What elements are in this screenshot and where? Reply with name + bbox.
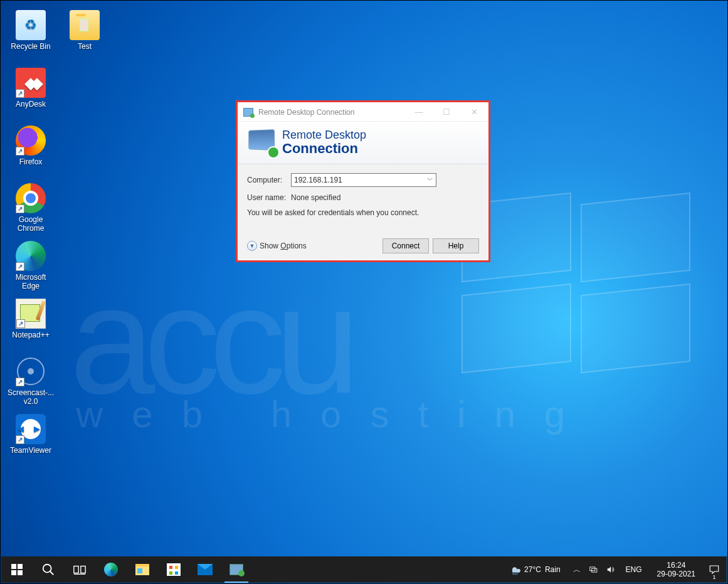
desktop-icon-screencast[interactable]: ↗ Screencast-... v2.0	[7, 356, 55, 406]
show-options-label: Show Options	[260, 242, 307, 250]
desktop-icon-label: Google Chrome	[7, 216, 55, 233]
file-explorer-icon	[135, 564, 149, 575]
recycle-bin-icon	[16, 10, 46, 40]
desktop-icon-recycle-bin[interactable]: Recycle Bin	[7, 10, 55, 60]
system-tray: ︿ ENG	[567, 565, 651, 575]
minimize-button[interactable]: —	[405, 103, 433, 122]
taskbar-app-edge[interactable]	[95, 556, 127, 583]
svg-rect-9	[591, 568, 596, 572]
taskbar-weather[interactable]: 27°C Rain	[503, 556, 567, 583]
desktop-icon-test-folder[interactable]: Test	[61, 10, 108, 60]
shortcut-badge-icon: ↗	[16, 204, 24, 213]
desktop-icon-edge[interactable]: ↗ Microsoft Edge	[7, 241, 55, 291]
credentials-hint: You will be asked for credentials when y…	[247, 208, 479, 217]
edge-icon	[104, 563, 118, 576]
connect-button[interactable]: Connect	[382, 238, 429, 253]
svg-rect-8	[589, 567, 594, 571]
desktop-icon-label: Recycle Bin	[11, 43, 50, 51]
desktop-icon-label: TeamViewer	[10, 447, 51, 455]
maximize-button[interactable]: ☐	[433, 103, 460, 122]
desktop-icon-label: Test	[78, 43, 92, 51]
shortcut-badge-icon: ↗	[16, 262, 24, 271]
folder-icon	[70, 10, 100, 40]
rdc-body: Computer: 192.168.1.191 ﹀ User name: Non…	[238, 164, 488, 260]
anydesk-icon: ↗	[16, 68, 46, 98]
shortcut-badge-icon: ↗	[16, 89, 24, 98]
taskbar-clock[interactable]: 16:24 29-09-2021	[651, 561, 702, 579]
ms-store-icon	[167, 563, 181, 576]
chrome-icon: ↗	[16, 183, 46, 213]
taskbar-app-file-explorer[interactable]	[127, 556, 158, 583]
firefox-icon: ↗	[16, 125, 46, 156]
rdc-window-highlight: Remote Desktop Connection — ☐ ✕ Remote D…	[236, 100, 490, 262]
notepadpp-icon: ↗	[16, 299, 46, 329]
username-label: User name:	[247, 193, 291, 202]
svg-line-7	[517, 573, 517, 575]
windows-start-icon	[11, 564, 23, 575]
close-button[interactable]: ✕	[460, 103, 488, 122]
svg-marker-10	[607, 566, 610, 572]
desktop-icons-column-1: Recycle Bin ↗ AnyDesk ↗ Firefox ↗ Google…	[7, 10, 63, 472]
svg-rect-3	[81, 566, 85, 573]
shortcut-badge-icon: ↗	[16, 147, 24, 156]
search-icon	[41, 563, 55, 576]
desktop-icon-firefox[interactable]: ↗ Firefox	[7, 125, 55, 176]
network-icon[interactable]	[588, 565, 598, 574]
action-center-button[interactable]: 1	[702, 556, 727, 583]
desktop-icons-column-2: Test	[61, 10, 108, 68]
rdc-banner-line2: Connection	[282, 141, 366, 156]
taskbar-time: 16:24	[657, 561, 695, 570]
username-value: None specified	[291, 193, 340, 202]
desktop-icon-label: Screencast-... v2.0	[7, 389, 55, 406]
show-options-toggle[interactable]: ▼ Show Options	[247, 241, 307, 251]
weather-rain-icon	[509, 564, 520, 575]
shortcut-badge-icon: ↗	[16, 319, 25, 328]
help-button[interactable]: Help	[433, 238, 479, 253]
svg-line-6	[515, 573, 515, 575]
svg-rect-2	[74, 566, 78, 573]
teamviewer-icon: ↗	[16, 414, 46, 444]
start-button[interactable]	[1, 556, 33, 583]
rdc-banner-line1: Remote Desktop	[282, 129, 366, 142]
desktop-icon-label: Microsoft Edge	[7, 273, 55, 291]
task-view-icon	[73, 563, 87, 576]
rdc-icon	[229, 564, 243, 575]
computer-label: Computer:	[247, 176, 291, 184]
rdc-banner: Remote Desktop Connection	[238, 122, 488, 164]
remote-desktop-connection-window: Remote Desktop Connection — ☐ ✕ Remote D…	[238, 102, 488, 260]
language-indicator[interactable]: ENG	[623, 565, 645, 574]
desktop-icon-anydesk[interactable]: ↗ AnyDesk	[7, 68, 55, 118]
taskbar-app-ms-store[interactable]	[158, 556, 189, 583]
desktop-icon-notepadpp[interactable]: ↗ Notepad++	[7, 299, 55, 349]
screencast-icon: ↗	[16, 356, 46, 386]
notification-count: 1	[712, 574, 715, 580]
mail-icon	[198, 564, 213, 575]
taskbar-date: 29-09-2021	[657, 570, 695, 578]
svg-line-5	[513, 573, 514, 575]
search-button[interactable]	[33, 556, 64, 583]
rdc-app-icon	[243, 108, 253, 117]
desktop-icon-label: Notepad++	[12, 331, 49, 340]
rdc-titlebar[interactable]: Remote Desktop Connection — ☐ ✕	[238, 103, 488, 122]
task-view-button[interactable]	[64, 556, 95, 583]
svg-point-0	[43, 565, 51, 573]
weather-temp: 27°C	[524, 565, 541, 574]
chevron-down-icon: ﹀	[427, 176, 433, 184]
desktop-icon-teamviewer[interactable]: ↗ TeamViewer	[7, 414, 55, 464]
taskbar-app-remote-desktop[interactable]	[221, 556, 252, 583]
watermark-accu: accu	[70, 252, 349, 428]
computer-value: 192.168.1.191	[294, 176, 342, 184]
volume-icon[interactable]	[606, 565, 616, 574]
rdc-banner-icon	[247, 130, 277, 156]
taskbar-app-mail[interactable]	[189, 556, 221, 583]
desktop-icon-label: AnyDesk	[16, 100, 46, 109]
computer-combobox[interactable]: 192.168.1.191 ﹀	[291, 173, 436, 187]
shortcut-badge-icon: ↗	[16, 435, 24, 444]
desktop-icon-chrome[interactable]: ↗ Google Chrome	[7, 183, 55, 233]
svg-line-1	[50, 571, 54, 575]
rdc-title-text: Remote Desktop Connection	[258, 108, 354, 117]
tray-overflow-button[interactable]: ︿	[573, 565, 581, 575]
desktop-root: accu web hosting Recycle Bin ↗ AnyDesk ↗…	[1, 1, 727, 583]
shortcut-badge-icon: ↗	[16, 378, 24, 386]
weather-desc: Rain	[545, 565, 561, 574]
